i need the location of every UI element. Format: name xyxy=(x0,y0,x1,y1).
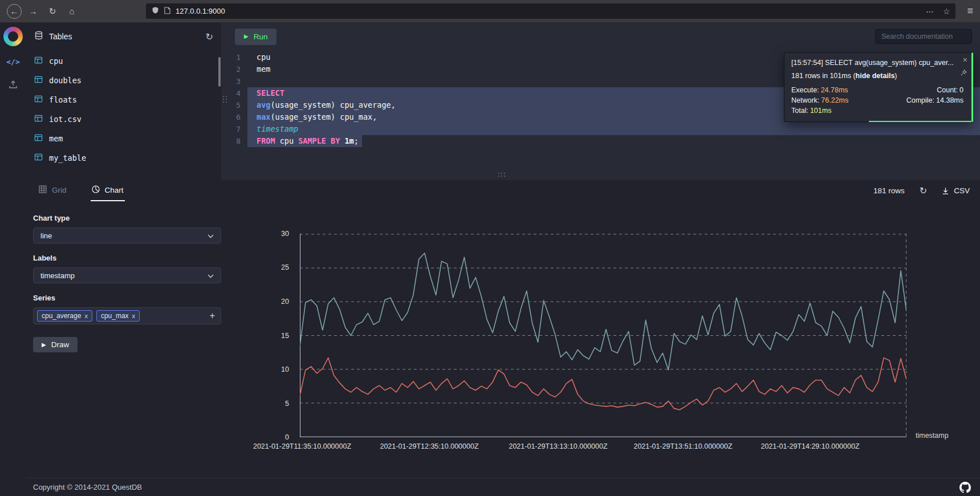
close-icon[interactable]: × xyxy=(963,56,967,64)
url-bar[interactable]: 127.0.0.1:9000 ⋯ ☆ xyxy=(146,3,955,19)
series-chip[interactable]: cpu_averagex xyxy=(37,310,92,322)
tables-title: Tables xyxy=(49,32,72,41)
search-docs-input[interactable] xyxy=(875,29,972,44)
pin-icon[interactable] xyxy=(961,68,967,78)
hamburger-menu-icon[interactable]: ≡ xyxy=(967,5,973,17)
table-row[interactable]: my_table xyxy=(26,148,221,168)
tables-refresh-icon[interactable]: ↻ xyxy=(206,31,213,42)
tab-grid[interactable]: Grid xyxy=(38,180,68,201)
line-number: 7 xyxy=(221,123,247,135)
y-tick-label: 5 xyxy=(285,400,289,408)
horizontal-drag-handle[interactable] xyxy=(498,173,505,177)
copyright-text: Copyright © 2014-2021 QuestDB xyxy=(33,483,142,491)
table-name: cpu xyxy=(49,56,63,66)
table-row[interactable]: cpu xyxy=(26,51,221,71)
vertical-drag-handle[interactable] xyxy=(223,96,227,103)
left-rail: </> xyxy=(0,23,26,496)
hide-details-link[interactable]: hide details xyxy=(856,72,895,80)
table-name: doubles xyxy=(49,76,82,85)
chart-type-select[interactable]: line xyxy=(33,227,221,243)
table-list: cpudoublesfloatsiot.csvmemmy_table xyxy=(26,50,221,180)
results-tab-bar: Grid Chart 181 rows ↻ CSV xyxy=(26,180,980,201)
database-icon xyxy=(34,31,43,42)
back-icon[interactable]: ← xyxy=(7,4,22,19)
draw-button[interactable]: ▶ Draw xyxy=(33,337,78,352)
draw-label: Draw xyxy=(51,340,70,349)
bookmark-star-icon[interactable]: ☆ xyxy=(943,7,950,16)
code-text: cpu xyxy=(247,51,270,63)
line-number: 2 xyxy=(221,63,247,75)
series-line-cpu_max xyxy=(300,253,906,370)
import-upload-icon[interactable] xyxy=(9,80,18,91)
browser-toolbar: ← → ↻ ⌂ 127.0.0.1:9000 ⋯ ☆ ≡ xyxy=(0,0,980,23)
table-name: my_table xyxy=(49,153,86,162)
y-tick-label: 25 xyxy=(281,263,289,271)
reload-icon[interactable]: ↻ xyxy=(44,3,60,19)
code-text xyxy=(247,75,257,87)
series-line-cpu_average xyxy=(300,358,906,410)
count-value: 0 xyxy=(959,86,963,94)
notification-metrics: Execute:24.78ms Count:0 Network:76.22ms … xyxy=(791,86,963,115)
pie-chart-icon xyxy=(92,185,100,195)
questdb-logo[interactable] xyxy=(3,27,23,46)
query-notification: [15:57:54] SELECT avg(usage_system) cpu_… xyxy=(784,52,973,122)
run-play-icon: ▶ xyxy=(244,34,249,39)
compile-time: 14.38ms xyxy=(936,96,963,104)
tab-chart-label: Chart xyxy=(105,186,124,194)
tables-sidebar: Tables ↻ cpudoublesfloatsiot.csvmemmy_ta… xyxy=(26,23,221,180)
line-number: 6 xyxy=(221,111,247,123)
series-chip[interactable]: cpu_maxx xyxy=(96,310,140,322)
console-code-icon[interactable]: </> xyxy=(6,58,19,66)
row-count: 181 rows xyxy=(873,186,905,195)
total-time: 101ms xyxy=(810,107,832,115)
questdb-console: ← → ↻ ⌂ 127.0.0.1:9000 ⋯ ☆ ≡ </> xyxy=(0,0,980,496)
code-text: timestamp xyxy=(247,123,980,135)
series-label: Series xyxy=(33,294,55,302)
table-icon xyxy=(34,95,43,105)
chart-type-value: line xyxy=(40,231,52,240)
x-tick-label: 2021-01-29T14:29:10.000000Z xyxy=(761,442,859,450)
editor-line[interactable]: 7timestamp xyxy=(221,123,980,135)
sidebar-scrollbar[interactable] xyxy=(218,57,221,87)
csv-label: CSV xyxy=(954,186,970,195)
csv-download-button[interactable]: CSV xyxy=(942,186,970,195)
chart-panel: Chart type line Labels timestamp Series … xyxy=(26,201,980,478)
table-row[interactable]: iot.csv xyxy=(26,109,221,129)
chevron-down-icon xyxy=(208,271,214,280)
add-series-button[interactable]: + xyxy=(210,311,215,321)
series-input[interactable]: cpu_averagexcpu_maxx+ xyxy=(33,307,221,324)
y-tick-label: 20 xyxy=(281,298,289,306)
y-tick-label: 10 xyxy=(281,365,289,373)
forward-icon[interactable]: → xyxy=(25,3,41,19)
editor-toolbar: ▶ Run xyxy=(221,23,980,50)
code-text: FROM cpu SAMPLE BY 1m; xyxy=(247,135,362,147)
table-row[interactable]: doubles xyxy=(26,71,221,90)
y-tick-label: 30 xyxy=(281,230,289,238)
notification-title: [15:57:54] SELECT avg(usage_system) cpu_… xyxy=(791,59,963,67)
x-tick-label: 2021-01-29T12:35:10.000000Z xyxy=(380,442,478,450)
table-row[interactable]: mem xyxy=(26,129,221,148)
labels-select[interactable]: timestamp xyxy=(33,267,221,283)
remove-series-icon[interactable]: x xyxy=(132,312,136,319)
chevron-down-icon xyxy=(208,231,214,240)
remove-series-icon[interactable]: x xyxy=(84,312,88,319)
tab-chart[interactable]: Chart xyxy=(91,180,125,201)
table-name: iot.csv xyxy=(49,115,82,124)
github-icon[interactable] xyxy=(959,482,971,493)
footer: Copyright © 2014-2021 QuestDB xyxy=(26,478,980,496)
execute-time: 24.78ms xyxy=(821,86,848,94)
editor-line[interactable]: 8FROM cpu SAMPLE BY 1m; xyxy=(221,135,980,147)
home-icon[interactable]: ⌂ xyxy=(64,3,80,19)
labels-label: Labels xyxy=(33,254,56,262)
x-tick-label: 2021-01-29T11:35:10.000000Z xyxy=(253,442,351,450)
page-info-icon[interactable] xyxy=(164,7,170,16)
page-actions-icon[interactable]: ⋯ xyxy=(926,7,934,16)
table-name: floats xyxy=(49,95,77,104)
table-row[interactable]: floats xyxy=(26,90,221,109)
shield-icon[interactable] xyxy=(152,6,159,16)
network-time: 76.22ms xyxy=(821,96,848,104)
tab-grid-label: Grid xyxy=(52,186,67,194)
results-refresh-icon[interactable]: ↻ xyxy=(920,185,927,196)
line-number: 8 xyxy=(221,135,247,147)
run-button[interactable]: ▶ Run xyxy=(235,29,276,45)
